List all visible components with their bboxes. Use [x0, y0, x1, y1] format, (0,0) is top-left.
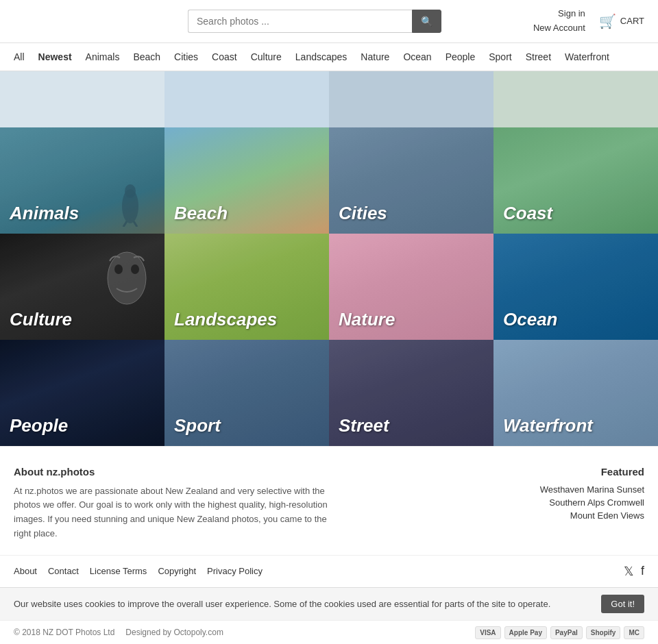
nav-item-newest[interactable]: Newest [32, 43, 79, 71]
nav-item-all[interactable]: All [7, 43, 32, 71]
featured-link-1[interactable]: Westhaven Marina Sunset [507, 484, 644, 495]
nav-item-sport[interactable]: Sport [482, 43, 518, 71]
spacer-4 [494, 71, 658, 127]
header-right: Sign in New Account 🛒 CART [533, 7, 644, 36]
category-label: Coast [503, 203, 552, 224]
category-label: Ocean [503, 309, 558, 330]
category-coast[interactable]: Coast [494, 127, 658, 234]
featured-link-3[interactable]: Mount Eden Views [507, 510, 644, 521]
category-label: People [10, 415, 68, 436]
footer-bottom: About Contact License Terms Copyright Pr… [0, 555, 658, 587]
nav-item-coast[interactable]: Coast [205, 43, 244, 71]
cart-button[interactable]: 🛒 CART [599, 13, 644, 29]
nav-item-people[interactable]: People [439, 43, 483, 71]
svg-point-5 [114, 264, 123, 274]
nav-item-nature[interactable]: Nature [354, 43, 396, 71]
category-label: Landscapes [174, 309, 277, 330]
nav-item-beach[interactable]: Beach [126, 43, 167, 71]
category-nature[interactable]: Nature [329, 234, 494, 340]
footer-links: About Contact License Terms Copyright Pr… [14, 566, 263, 576]
svg-point-6 [131, 264, 139, 274]
copyright-text: © 2018 NZ DOT Photos Ltd [14, 628, 114, 637]
category-label: Sport [174, 415, 221, 436]
cookie-text: Our website uses cookies to improve the … [14, 597, 587, 611]
category-beach[interactable]: Beach [164, 127, 329, 234]
payment-icons: VISA Apple Pay PayPal Shopify MC [475, 626, 644, 639]
new-account-link[interactable]: New Account [533, 23, 585, 33]
nav-item-ocean[interactable]: Ocean [396, 43, 438, 71]
svg-point-1 [125, 184, 136, 198]
search-button[interactable]: 🔍 [412, 10, 441, 33]
category-label: Cities [339, 203, 387, 224]
category-label: Beach [174, 203, 228, 224]
search-icon: 🔍 [421, 16, 432, 27]
payment-icon-paypal: PayPal [550, 626, 583, 639]
bird-silhouette [110, 172, 151, 227]
search-input[interactable] [188, 10, 412, 33]
featured-link-2[interactable]: Southern Alps Cromwell [507, 497, 644, 508]
footer-about-title: About nz.photos [14, 466, 329, 478]
spacer-1 [0, 71, 164, 127]
footer-privacy-link[interactable]: Privacy Policy [207, 566, 263, 576]
category-label: Street [339, 415, 389, 436]
nav-item-waterfront[interactable]: Waterfront [558, 43, 616, 71]
category-landscapes[interactable]: Landscapes [164, 234, 329, 340]
payment-icon-apple: Apple Pay [504, 626, 547, 639]
nav-item-animals[interactable]: Animals [79, 43, 127, 71]
footer-about-link[interactable]: About [14, 566, 37, 576]
footer-featured-title: Featured [507, 466, 644, 478]
spacer-2 [164, 71, 329, 127]
category-sport[interactable]: Sport [164, 340, 329, 446]
category-animals[interactable]: Animals [0, 127, 164, 234]
category-label: Animals [10, 203, 79, 224]
payment-icon-mc: MC [624, 626, 644, 639]
category-label: Nature [339, 309, 395, 330]
category-ocean[interactable]: Ocean [494, 234, 658, 340]
nav-item-landscapes[interactable]: Landscapes [289, 43, 354, 71]
search-form: 🔍 [188, 10, 441, 33]
designed-by-text: Designed by Octopoly.com [125, 628, 223, 637]
payment-icon-shopify: Shopify [586, 626, 621, 639]
maori-mask [99, 240, 154, 316]
nav-item-street[interactable]: Street [519, 43, 558, 71]
twitter-icon[interactable]: 𝕏 [624, 564, 634, 579]
svg-line-3 [134, 221, 137, 227]
footer-main: About nz.photos At nz.photos we are pass… [0, 446, 658, 555]
category-cities[interactable]: Cities [329, 127, 494, 234]
footer-about: About nz.photos At nz.photos we are pass… [14, 466, 329, 541]
cart-icon: 🛒 [599, 13, 616, 29]
cookie-accept-button[interactable]: Got it! [601, 595, 644, 613]
facebook-icon[interactable]: f [641, 564, 644, 578]
category-culture[interactable]: Culture [0, 234, 164, 340]
svg-line-2 [123, 221, 127, 227]
category-grid: Animals Beach Cities Coast Culture [0, 71, 658, 446]
footer-license-link[interactable]: License Terms [90, 566, 147, 576]
nav-item-culture[interactable]: Culture [244, 43, 289, 71]
payment-icon-visa: VISA [475, 626, 500, 639]
footer-social: 𝕏 f [624, 564, 644, 579]
category-people[interactable]: People [0, 340, 164, 446]
header: 🔍 Sign in New Account 🛒 CART [0, 0, 658, 43]
footer-about-text: At nz.photos we are passionate about New… [14, 484, 329, 541]
sign-in-link[interactable]: Sign in [558, 8, 585, 18]
nav: All Newest Animals Beach Cities Coast Cu… [0, 43, 658, 71]
footer-copy-row: © 2018 NZ DOT Photos Ltd Designed by Oct… [0, 620, 658, 644]
category-waterfront[interactable]: Waterfront [494, 340, 658, 446]
category-label: Waterfront [503, 415, 593, 436]
footer-contact-link[interactable]: Contact [48, 566, 79, 576]
auth-links: Sign in New Account [533, 7, 585, 36]
spacer-3 [329, 71, 494, 127]
footer-copy: © 2018 NZ DOT Photos Ltd Designed by Oct… [14, 628, 223, 637]
footer-copyright-link[interactable]: Copyright [158, 566, 196, 576]
svg-point-4 [108, 252, 146, 304]
nav-item-cities[interactable]: Cities [167, 43, 205, 71]
cart-label: CART [620, 16, 644, 26]
footer-featured: Featured Westhaven Marina Sunset Souther… [507, 466, 644, 541]
logo [14, 16, 96, 27]
cookie-banner: Our website uses cookies to improve the … [0, 587, 658, 620]
category-label: Culture [10, 309, 72, 330]
category-street[interactable]: Street [329, 340, 494, 446]
